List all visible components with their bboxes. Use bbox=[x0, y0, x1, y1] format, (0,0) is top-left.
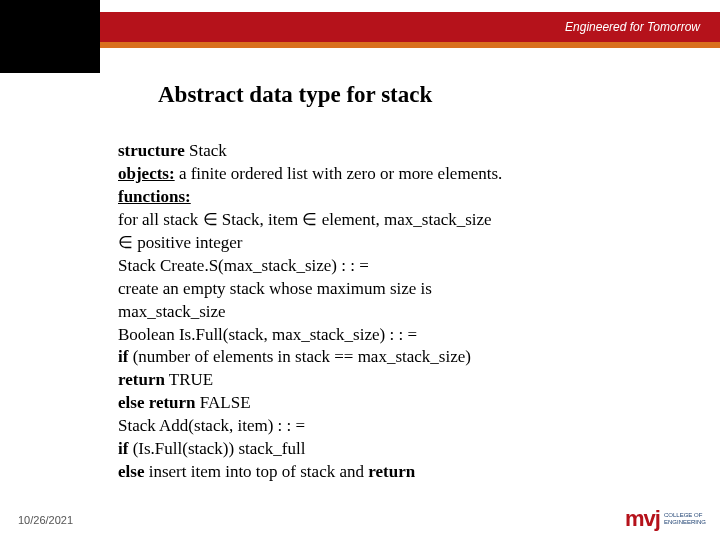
l4: create an empty stack whose maximum size… bbox=[118, 278, 660, 301]
kw-else-return: else return bbox=[118, 393, 196, 412]
logo: mvj COLLEGE OF ENGINEERING bbox=[625, 506, 706, 532]
l9: FALSE bbox=[196, 393, 251, 412]
l6: Boolean Is.Full(stack, max_stack_size) :… bbox=[118, 324, 660, 347]
logo-sub2: ENGINEERING bbox=[664, 519, 706, 526]
l2a: positive integer bbox=[133, 233, 243, 252]
kw-return-2: return bbox=[368, 462, 415, 481]
slide-content: structure Stack objects: a finite ordere… bbox=[118, 140, 660, 484]
l1b: Stack, item bbox=[218, 210, 303, 229]
page-title: Abstract data type for stack bbox=[158, 82, 432, 108]
logo-mark: mvj bbox=[625, 506, 660, 532]
l1c: element, max_stack_size bbox=[317, 210, 491, 229]
kw-else: else bbox=[118, 462, 144, 481]
structure-name: Stack bbox=[185, 141, 227, 160]
kw-if-2: if bbox=[118, 439, 128, 458]
orange-strip bbox=[0, 42, 720, 48]
corner-black-box bbox=[0, 0, 100, 73]
top-bar: Engineered for Tomorrow bbox=[0, 12, 720, 42]
elem-1: ∈ bbox=[203, 210, 218, 229]
l10: Stack Add(stack, item) : : = bbox=[118, 415, 660, 438]
elem-2: ∈ bbox=[302, 210, 317, 229]
l5: max_stack_size bbox=[118, 301, 660, 324]
objects-rest: a finite ordered list with zero or more … bbox=[175, 164, 503, 183]
footer-date: 10/26/2021 bbox=[18, 514, 73, 526]
kw-objects: objects: bbox=[118, 164, 175, 183]
tagline: Engineered for Tomorrow bbox=[565, 20, 700, 34]
l3: Stack Create.S(max_stack_size) : : = bbox=[118, 255, 660, 278]
l1a: for all stack bbox=[118, 210, 203, 229]
l11: (Is.Full(stack)) stack_full bbox=[128, 439, 305, 458]
kw-return-1: return bbox=[118, 370, 165, 389]
kw-functions: functions: bbox=[118, 187, 191, 206]
l8: TRUE bbox=[165, 370, 213, 389]
logo-sub1: COLLEGE OF bbox=[664, 512, 706, 519]
kw-if-1: if bbox=[118, 347, 128, 366]
kw-structure: structure bbox=[118, 141, 185, 160]
l12: insert item into top of stack and bbox=[144, 462, 368, 481]
elem-3: ∈ bbox=[118, 233, 133, 252]
l7: (number of elements in stack == max_stac… bbox=[128, 347, 471, 366]
